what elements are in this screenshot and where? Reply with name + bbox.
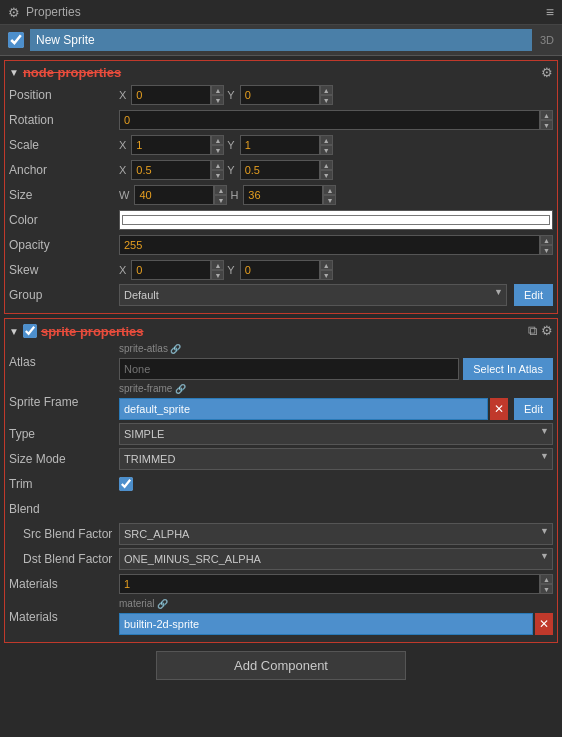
position-y-up[interactable]: ▲ [320,85,333,95]
src-blend-select[interactable]: SRC_ALPHA [119,523,553,545]
anchor-x-input[interactable] [131,160,211,180]
sprite-gear-icon[interactable]: ⚙ [541,323,553,339]
src-blend-select-wrapper: SRC_ALPHA [119,523,553,545]
scale-y-input[interactable] [240,135,320,155]
size-content: W ▲ ▼ H ▲ ▼ [119,185,553,205]
sprite-frame-input[interactable] [119,398,488,420]
anchor-y-wrapper: ▲ ▼ [240,160,333,180]
position-x-label: X [119,89,126,101]
position-x-down[interactable]: ▼ [211,95,224,105]
scale-x-up[interactable]: ▲ [211,135,224,145]
skew-y-down[interactable]: ▼ [320,270,333,280]
entity-enabled-checkbox[interactable] [8,32,24,48]
dst-blend-select[interactable]: ONE_MINUS_SRC_ALPHA [119,548,553,570]
anchor-y-input[interactable] [240,160,320,180]
trim-row: Trim [9,473,553,495]
anchor-label: Anchor [9,163,119,177]
skew-y-label: Y [227,264,234,276]
size-h-down[interactable]: ▼ [323,195,336,205]
skew-y-input[interactable] [240,260,320,280]
position-x-up[interactable]: ▲ [211,85,224,95]
size-h-input[interactable] [243,185,323,205]
materials-count-up[interactable]: ▲ [540,574,553,584]
size-mode-label: Size Mode [9,452,119,466]
entity-name-input[interactable] [30,29,532,51]
sprite-enabled-checkbox[interactable] [23,324,37,338]
opacity-spinners: ▲ ▼ [540,235,553,255]
scale-x-input[interactable] [131,135,211,155]
scale-x-down[interactable]: ▼ [211,145,224,155]
anchor-x-up[interactable]: ▲ [211,160,224,170]
anchor-y-up[interactable]: ▲ [320,160,333,170]
size-w-spinners: ▲ ▼ [214,185,227,205]
node-gear-icon[interactable]: ⚙ [541,65,553,80]
skew-x-down[interactable]: ▼ [211,270,224,280]
type-select[interactable]: SIMPLE [119,423,553,445]
type-select-wrapper: SIMPLE [119,423,553,445]
opacity-input[interactable] [119,235,540,255]
opacity-up[interactable]: ▲ [540,235,553,245]
panel-menu-icon[interactable]: ≡ [546,4,554,20]
anchor-x-down[interactable]: ▼ [211,170,224,180]
sprite-section-header: ▼ sprite properties ⧉ ⚙ [9,323,553,339]
sprite-frame-clear-button[interactable]: ✕ [490,398,508,420]
size-h-wrapper: ▲ ▼ [243,185,336,205]
group-label: Group [9,288,119,302]
size-w-up[interactable]: ▲ [214,185,227,195]
size-h-up[interactable]: ▲ [323,185,336,195]
skew-content: X ▲ ▼ Y ▲ ▼ [119,260,553,280]
group-select[interactable]: Default [119,284,507,306]
sprite-collapse-triangle[interactable]: ▼ [9,326,19,337]
materials-clear-button[interactable]: ✕ [535,613,553,635]
materials-input[interactable] [119,613,533,635]
size-row: Size W ▲ ▼ H ▲ ▼ [9,184,553,206]
src-blend-content: SRC_ALPHA [119,523,553,545]
materials-mini-label: material [119,598,168,609]
src-blend-row: Src Blend Factor SRC_ALPHA [9,523,553,545]
color-row: Color [9,209,553,231]
size-w-down[interactable]: ▼ [214,195,227,205]
src-blend-label: Src Blend Factor [9,527,119,541]
scale-y-spinners: ▲ ▼ [320,135,333,155]
skew-x-up[interactable]: ▲ [211,260,224,270]
rotation-content: ▲ ▼ [119,110,553,130]
position-x-input[interactable] [131,85,211,105]
rotation-up[interactable]: ▲ [540,110,553,120]
size-w-input[interactable] [134,185,214,205]
sprite-frame-mini-label: sprite-frame [119,383,186,394]
rotation-down[interactable]: ▼ [540,120,553,130]
rotation-spinners: ▲ ▼ [540,110,553,130]
sprite-frame-input-row: ✕ Edit [119,398,553,420]
atlas-input[interactable] [119,358,459,380]
position-y-input[interactable] [240,85,320,105]
size-mode-select[interactable]: TRIMMED [119,448,553,470]
scale-y-down[interactable]: ▼ [320,145,333,155]
scale-y-up[interactable]: ▲ [320,135,333,145]
position-y-spinners: ▲ ▼ [320,85,333,105]
scale-x-wrapper: ▲ ▼ [131,135,224,155]
add-component-button[interactable]: Add Component [156,651,406,680]
sprite-section-icons: ⧉ ⚙ [528,323,553,339]
skew-y-up[interactable]: ▲ [320,260,333,270]
type-label: Type [9,427,119,441]
position-y-label: Y [227,89,234,101]
materials-count-input[interactable] [119,574,540,594]
sprite-copy-icon[interactable]: ⧉ [528,323,537,339]
position-y-down[interactable]: ▼ [320,95,333,105]
select-in-atlas-button[interactable]: Select In Atlas [463,358,553,380]
group-edit-button[interactable]: Edit [514,284,553,306]
opacity-down[interactable]: ▼ [540,245,553,255]
skew-x-input[interactable] [131,260,211,280]
anchor-y-down[interactable]: ▼ [320,170,333,180]
materials-count-down[interactable]: ▼ [540,584,553,594]
trim-checkbox[interactable] [119,477,133,491]
position-row: Position X ▲ ▼ Y ▲ ▼ [9,84,553,106]
sprite-frame-label: Sprite Frame [9,395,119,409]
rotation-input[interactable] [119,110,540,130]
skew-y-wrapper: ▲ ▼ [240,260,333,280]
materials-count-row: Materials ▲ ▼ [9,573,553,595]
node-collapse-triangle[interactable]: ▼ [9,67,19,78]
blend-row: Blend [9,498,553,520]
sprite-frame-edit-button[interactable]: Edit [514,398,553,420]
color-input[interactable] [119,210,553,230]
